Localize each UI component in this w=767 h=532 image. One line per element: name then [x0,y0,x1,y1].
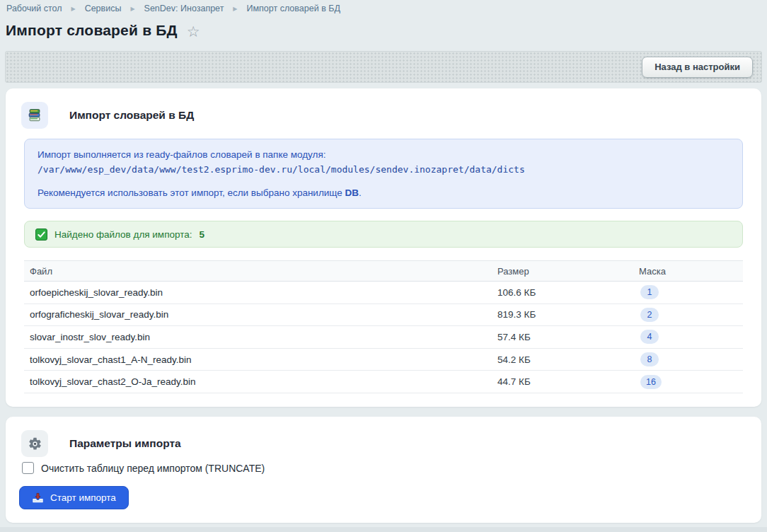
gear-icon [21,430,48,457]
table-row: orfograficheskij_slovar_ready.bin 819.3 … [24,304,743,327]
mask-badge: 16 [640,375,662,389]
files-found-message: Найдено файлов для импорта: 5 [24,221,743,248]
back-to-settings-button[interactable]: Назад в настройки [642,57,753,78]
file-name: tolkovyj_slovar_chast2_O-Ja_ready.bin [24,376,492,387]
books-stack-icon [21,102,48,129]
column-header-mask: Маска [633,266,743,277]
breadcrumb-item-module[interactable]: SenDev: Инозапрет [144,4,224,13]
info-line2-text: Рекомендуется использовать этот импорт, … [38,187,345,198]
truncate-checkbox-label[interactable]: Очистить таблицу перед импортом (TRUNCAT… [41,463,265,474]
chevron-right-icon: ▶ [130,6,134,12]
mask-badge: 1 [640,285,659,299]
file-name: slovar_inostr_slov_ready.bin [24,332,492,342]
files-table: Файл Размер Маска orfoepicheskij_slovar_… [24,260,743,393]
truncate-checkbox-row[interactable]: Очистить таблицу перед импортом (TRUNCAT… [22,462,265,474]
page-title-row: Импорт словарей в БД ☆ [6,22,200,39]
file-size: 57.4 КБ [492,332,633,342]
file-size: 106.6 КБ [492,287,633,298]
mask-badge: 2 [640,308,659,322]
table-row: orfoepicheskij_slovar_ready.bin 106.6 КБ… [24,282,743,304]
file-name: orfoepicheskij_slovar_ready.bin [24,287,492,298]
start-import-button[interactable]: Старт импорта [19,486,129,509]
chevron-right-icon: ▶ [71,6,75,12]
column-header-file: Файл [24,266,492,277]
table-row: tolkovyj_slovar_chast1_A-N_ready.bin 54.… [24,349,743,371]
start-import-label: Старт импорта [50,492,116,503]
truncate-checkbox[interactable] [22,462,34,474]
breadcrumb-item-services[interactable]: Сервисы [85,4,122,13]
storage-db-label: DB [345,187,359,198]
import-params-card: Параметры импорта Очистить таблицу перед… [6,417,761,523]
admin-toolbar: Назад в настройки [5,51,762,83]
chevron-right-icon: ▶ [233,6,237,12]
params-card-title: Параметры импорта [69,437,181,450]
breadcrumb-item-current[interactable]: Импорт словарей в БД [247,4,340,13]
module-dicts-path: /var/www/esp_dev/data/www/test2.esprimo-… [38,164,729,175]
page-title: Импорт словарей в БД [6,22,178,39]
column-header-size: Размер [492,266,633,277]
file-name: tolkovyj_slovar_chast1_A-N_ready.bin [24,354,492,365]
file-size: 819.3 КБ [492,309,633,320]
footer-strip [0,527,767,532]
green-check-icon [35,229,47,241]
mask-badge: 8 [640,352,659,366]
files-table-header: Файл Размер Маска [24,260,743,282]
file-size: 44.7 КБ [492,376,633,387]
params-card-header: Параметры импорта [21,430,181,457]
files-found-count: 5 [199,229,204,240]
file-name: orfograficheskij_slovar_ready.bin [24,309,492,320]
table-row: tolkovyj_slovar_chast2_O-Ja_ready.bin 44… [24,371,743,393]
info-line2-dot: . [359,187,362,198]
import-card-title: Импорт словарей в БД [69,109,194,122]
breadcrumb-item-desktop[interactable]: Рабочий стол [6,4,62,13]
file-size: 54.2 КБ [492,354,633,365]
info-message: Импорт выполняется из ready-файлов слова… [24,139,743,209]
breadcrumb: Рабочий стол ▶ Сервисы ▶ SenDev: Инозапр… [6,4,340,13]
favorite-star-icon[interactable]: ☆ [187,23,200,39]
mask-badge: 4 [640,330,659,344]
import-card: Импорт словарей в БД Импорт выполняется … [6,88,761,407]
table-row: slovar_inostr_slov_ready.bin 57.4 КБ 4 [24,326,743,349]
import-card-header: Импорт словарей в БД [21,102,194,129]
info-line1: Импорт выполняется из ready-файлов слова… [38,149,729,160]
info-line2: Рекомендуется использовать этот импорт, … [38,187,729,198]
import-tray-icon [32,492,44,504]
files-found-label: Найдено файлов для импорта: [54,229,192,240]
